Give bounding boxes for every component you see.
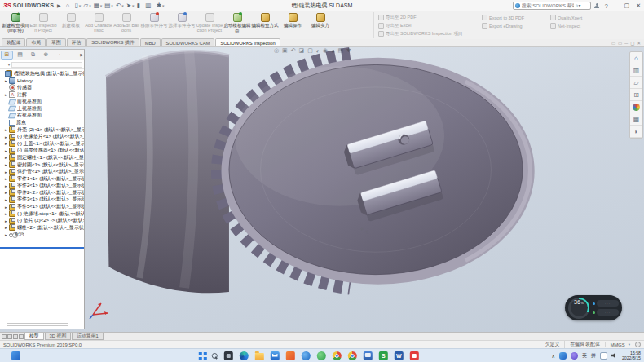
- task-pane-tab[interactable]: ⌂: [630, 52, 642, 64]
- widgets-icon[interactable]: [11, 351, 20, 360]
- tree-item[interactable]: ▸ (-) 温度传感器<1> (默认<<默认>_: [0, 148, 84, 155]
- doc-close-icon[interactable]: ✕: [637, 41, 641, 46]
- tree-item[interactable]: ▸ 注解: [0, 91, 84, 99]
- taskbar-app-icon[interactable]: [286, 351, 295, 360]
- export-menu-item[interactable]: Export to 3D PDF: [482, 14, 524, 21]
- tree-item[interactable]: ▸ (-) 上盖<1> (默认<<默认>_显示状: [0, 140, 84, 148]
- doc-cascade-icon[interactable]: ▭: [618, 41, 622, 46]
- taskbar-app-icon[interactable]: [333, 351, 342, 360]
- ribbon-button[interactable]: 编辑实方: [307, 12, 334, 39]
- view-tool-icon[interactable]: ◎: [274, 47, 279, 54]
- quick-access-button[interactable]: ✱▾: [157, 2, 165, 9]
- taskbar-app-icon[interactable]: [348, 351, 357, 360]
- export-menu-item[interactable]: 导出至 Excel: [378, 22, 462, 29]
- export-menu-item[interactable]: Export eDrawing: [482, 22, 524, 29]
- graphics-viewport[interactable]: ◎ ▣ ↶ ◪ ▢ ◐ ◉ ● ▤ ✱ ⌂: [0, 47, 644, 332]
- tree-item[interactable]: ▸ 外壳 (2)<1> (默认<<默认>_显示状: [0, 126, 84, 134]
- task-pane-tab[interactable]: ▥: [630, 64, 642, 77]
- search-input[interactable]: [522, 3, 574, 8]
- quick-access-button[interactable]: ▤▾: [104, 2, 113, 9]
- quick-access-button[interactable]: ▦▾: [94, 2, 103, 9]
- view-tool-icon[interactable]: ◪: [299, 47, 305, 54]
- onedrive-icon[interactable]: [559, 352, 567, 360]
- ribbon-button[interactable]: 新建模板: [57, 12, 85, 39]
- search-icon[interactable]: ⌕▾: [576, 2, 581, 9]
- configurationmanager-tab[interactable]: ⧉: [27, 51, 39, 60]
- quick-access-button[interactable]: ↶▾: [116, 2, 124, 9]
- ime-tool-icon[interactable]: [571, 352, 578, 360]
- menu-flyout-arrow[interactable]: ▶: [57, 2, 61, 8]
- tree-item[interactable]: ▸ (-) 绝缘堵.step<1> (默认<<默认>: [0, 210, 84, 218]
- ribbon-tab[interactable]: 布局: [26, 38, 46, 46]
- dropdown-caret-icon[interactable]: ▾: [162, 3, 165, 8]
- help-button[interactable]: ?: [603, 3, 610, 9]
- chat-icon[interactable]: [600, 352, 607, 360]
- model-tab[interactable]: 模型: [24, 333, 44, 340]
- view-tool-icon[interactable]: ●: [331, 48, 334, 54]
- tree-item[interactable]: ▸ 螺栓<2> (默认<<默认>_显示状态: [0, 224, 84, 232]
- doc-restore-icon[interactable]: ▢: [630, 41, 634, 46]
- widget-button-top[interactable]: ···: [597, 300, 619, 307]
- tree-item[interactable]: ▸ 零件1<1> (默认<<默认>_显示状态: [0, 175, 84, 183]
- taskbar-app-icon[interactable]: [302, 351, 311, 360]
- ribbon-tab[interactable]: 装配体: [2, 38, 25, 46]
- feature-tree-tab[interactable]: ⊞: [1, 51, 13, 60]
- model-tab[interactable]: 3D 视图: [45, 333, 72, 340]
- quick-access-button[interactable]: ▥▾: [145, 2, 154, 9]
- ribbon-button[interactable]: Add Characteristic: [85, 12, 112, 39]
- tree-item[interactable]: ▸ 配合: [0, 232, 84, 239]
- minimize-button[interactable]: –: [613, 3, 620, 9]
- task-pane-tab[interactable]: ⊞: [630, 89, 642, 101]
- view-tool-icon[interactable]: ✱: [346, 47, 351, 54]
- panel-resize-grip[interactable]: [0, 321, 84, 329]
- tree-item[interactable]: ▸ 保护管<1> (默认<<默认>_显示状: [0, 168, 84, 175]
- splitter-button[interactable]: [13, 334, 18, 339]
- export-menu-item[interactable]: 导出至 2D PDF: [378, 14, 462, 21]
- taskbar-clock[interactable]: 15:58 2022/8/15: [622, 351, 641, 360]
- close-button[interactable]: ✕: [634, 2, 642, 9]
- dropdown-caret-icon[interactable]: ▾: [132, 3, 135, 8]
- export-menu-item[interactable]: QualityXpert: [550, 14, 582, 21]
- ribbon-button[interactable]: 编辑检查方式: [251, 12, 279, 39]
- view-tool-icon[interactable]: ▤: [337, 47, 343, 54]
- tree-item[interactable]: ▸ 上视基准面: [0, 105, 84, 113]
- export-menu-item[interactable]: 导出至 SOLIDWORKS Inspection 项目: [378, 30, 462, 38]
- help-search-box[interactable]: ⌕▾: [513, 2, 591, 10]
- export-menu-item[interactable]: Net-Inspect: [550, 22, 582, 29]
- dropdown-caret-icon[interactable]: ▾: [100, 3, 103, 8]
- taskbar-app-icon[interactable]: S: [379, 351, 388, 360]
- taskbar-app-icon[interactable]: [271, 351, 280, 360]
- view-tool-icon[interactable]: ↶: [291, 47, 296, 54]
- taskbar-app-icon[interactable]: W: [395, 351, 404, 360]
- ribbon-button[interactable]: Add/Edit Balloons: [112, 12, 140, 39]
- tree-item[interactable]: ▸ t型铠装热电偶 (默认<默认_显示状态-1: [0, 70, 84, 77]
- ribbon-tab[interactable]: SOLIDWORKS 插件: [86, 38, 139, 46]
- doc-new-window-icon[interactable]: ▭: [611, 41, 615, 46]
- propertymanager-tab[interactable]: ▤: [14, 51, 26, 60]
- taskbar-app-icon[interactable]: [224, 351, 233, 360]
- model-tab[interactable]: 运动算例1: [72, 333, 103, 340]
- ribbon-button[interactable]: Edit Inspection Project: [29, 12, 57, 39]
- tree-item[interactable]: ▸ 零件3<1> (默认<<默认>_显示状: [0, 196, 84, 204]
- taskbar-app-icon[interactable]: [410, 351, 419, 360]
- tree-item[interactable]: ▸ 零件5<1> (默认<<默认>_显示状: [0, 203, 84, 210]
- splitter-button[interactable]: [7, 334, 12, 339]
- 3d-model-thermocouple-assembly[interactable]: [0, 47, 644, 332]
- taskbar-app-icon[interactable]: [240, 351, 249, 360]
- widget-button-bottom[interactable]: ···: [597, 309, 619, 316]
- view-tool-icon[interactable]: ▣: [282, 47, 288, 54]
- ribbon-button[interactable]: 新建检查项目 (imp:特): [2, 12, 29, 39]
- tab-overflow-arrow[interactable]: ▶: [80, 52, 83, 57]
- ribbon-button[interactable]: 移除零件序号: [140, 12, 168, 39]
- units-caret-icon[interactable]: ▾: [629, 342, 630, 347]
- view-tool-icon[interactable]: ◐: [316, 48, 320, 54]
- dropdown-caret-icon[interactable]: ▾: [89, 3, 91, 8]
- tree-item[interactable]: ▸ (-) 绝缘垫片<1> (默认<<默认>_显: [0, 133, 84, 140]
- taskbar-app-icon[interactable]: [317, 351, 326, 360]
- quick-access-button[interactable]: ➤▾: [126, 2, 135, 9]
- taskbar-app-icon[interactable]: [255, 353, 264, 360]
- ribbon-button[interactable]: 选择零件序号: [168, 12, 196, 39]
- splitter-button[interactable]: [19, 334, 24, 339]
- tray-overflow-icon[interactable]: ∧: [552, 353, 555, 359]
- dropdown-caret-icon[interactable]: ▾: [79, 3, 82, 8]
